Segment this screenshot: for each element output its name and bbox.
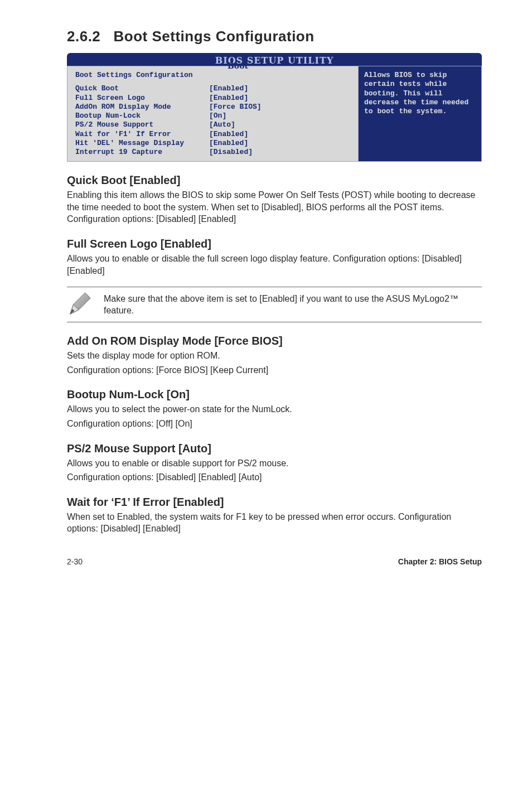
- bios-row[interactable]: Interrupt 19 Capture[Disabled]: [75, 148, 352, 157]
- bios-key: Wait for 'F1' If Error: [75, 130, 209, 139]
- bios-panel-title: Boot Settings Configuration: [75, 71, 352, 80]
- bios-key: Bootup Num-Lock: [75, 112, 209, 120]
- bios-help-text: Allows BIOS to skip certain tests while …: [364, 71, 468, 115]
- pencil-icon: [67, 292, 93, 317]
- section-title-text: Boot Settings Configuration: [114, 28, 315, 45]
- bios-val: [Enabled]: [209, 130, 352, 139]
- item-heading-quick-boot: Quick Boot [Enabled]: [67, 174, 482, 187]
- bios-row[interactable]: Wait for 'F1' If Error[Enabled]: [75, 130, 352, 139]
- bios-key: Interrupt 19 Capture: [75, 148, 209, 157]
- item-heading-ps2: PS/2 Mouse Support [Auto]: [67, 442, 482, 455]
- chapter-label: Chapter 2: BIOS Setup: [398, 557, 482, 566]
- item-body: Allows you to enable or disable the full…: [67, 253, 482, 277]
- bios-key: AddOn ROM Display Mode: [75, 103, 209, 112]
- section-heading: 2.6.2 Boot Settings Configuration: [67, 28, 482, 45]
- bios-row[interactable]: AddOn ROM Display Mode[Force BIOS]: [75, 103, 352, 112]
- item-heading-numlock: Bootup Num-Lock [On]: [67, 388, 482, 401]
- item-body: Configuration options: [Disabled] [Enabl…: [67, 471, 482, 484]
- item-heading-addon-rom: Add On ROM Display Mode [Force BIOS]: [67, 335, 482, 347]
- bios-val: [Enabled]: [209, 139, 352, 148]
- note-text: Make sure that the above item is set to …: [104, 293, 478, 317]
- bios-key: Quick Boot: [75, 84, 209, 93]
- bios-key: PS/2 Mouse Support: [75, 120, 209, 129]
- text: Enabling this item allows the BIOS to sk…: [67, 190, 475, 212]
- item-body: Enabling this item allows the BIOS to sk…: [67, 189, 482, 225]
- item-body: When set to Enabled, the system waits fo…: [67, 511, 482, 535]
- item-body: Allows you to select the power-on state …: [67, 403, 482, 416]
- bios-row[interactable]: Quick Boot[Enabled]: [75, 84, 352, 93]
- bios-body: Boot Settings Configuration Quick Boot[E…: [67, 66, 482, 162]
- page: 2.6.2 Boot Settings Configuration BIOS S…: [0, 0, 532, 583]
- bios-val: [Disabled]: [209, 148, 352, 157]
- item-body: Sets the display mode for option ROM.: [67, 350, 482, 362]
- text: Configuration options: [Disabled] [Enabl…: [67, 214, 236, 224]
- page-footer: 2-30 Chapter 2: BIOS Setup: [67, 557, 482, 566]
- bios-val: [Enabled]: [209, 84, 352, 93]
- bios-key: Full Screen Logo: [75, 94, 209, 103]
- item-body: Configuration options: [Force BIOS] [Kee…: [67, 364, 482, 376]
- bios-row[interactable]: Hit 'DEL' Message Display[Enabled]: [75, 139, 352, 148]
- bios-header-title: BIOS SETUP UTILITY: [67, 55, 482, 66]
- item-body: Allows you to enable or disable support …: [67, 457, 482, 470]
- item-heading-wait-f1: Wait for ‘F1’ If Error [Enabled]: [67, 496, 482, 509]
- bios-val: [Force BIOS]: [209, 103, 352, 112]
- bios-settings-pane: Boot Settings Configuration Quick Boot[E…: [67, 66, 358, 162]
- bios-help-pane: Allows BIOS to skip certain tests while …: [358, 66, 482, 162]
- section-number: 2.6.2: [67, 28, 100, 45]
- bios-val: [Enabled]: [209, 94, 352, 103]
- bios-val: [Auto]: [209, 120, 352, 129]
- item-body: Configuration options: [Off] [On]: [67, 418, 482, 430]
- page-number: 2-30: [67, 557, 83, 566]
- note-box: Make sure that the above item is set to …: [67, 287, 482, 322]
- item-heading-full-screen: Full Screen Logo [Enabled]: [67, 238, 482, 250]
- bios-panel: BIOS SETUP UTILITY Boot Boot Settings Co…: [67, 53, 482, 162]
- bios-val: [On]: [209, 112, 352, 120]
- bios-header: BIOS SETUP UTILITY Boot: [67, 53, 482, 66]
- bios-row[interactable]: Full Screen Logo[Enabled]: [75, 94, 352, 103]
- bios-row[interactable]: PS/2 Mouse Support[Auto]: [75, 120, 352, 129]
- bios-row[interactable]: Bootup Num-Lock[On]: [75, 112, 352, 120]
- bios-key: Hit 'DEL' Message Display: [75, 139, 209, 148]
